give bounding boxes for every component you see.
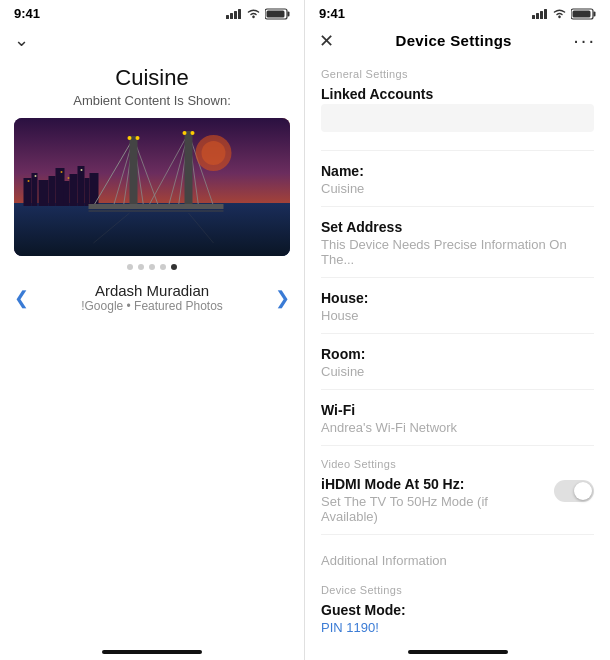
carousel-prev[interactable]: ❮: [14, 287, 29, 309]
left-bottom-bar-container: [0, 646, 304, 660]
house-item: House: House: [321, 290, 594, 334]
battery-icon: [265, 8, 290, 20]
set-address-desc: This Device Needs Precise Information On…: [321, 237, 594, 267]
dot-2[interactable]: [138, 264, 144, 270]
svg-rect-13: [49, 176, 56, 206]
svg-rect-54: [573, 10, 591, 17]
additional-info[interactable]: Additional Information: [321, 547, 594, 574]
hdmi-title: iHDMI Mode At 50 Hz:: [321, 476, 546, 492]
left-status-bar: 9:41: [0, 0, 304, 25]
carousel-info: Ardash Muradian !Google • Featured Photo…: [29, 282, 275, 313]
svg-point-42: [61, 171, 63, 173]
svg-point-51: [558, 16, 560, 18]
svg-rect-1: [230, 13, 233, 19]
svg-rect-14: [56, 168, 65, 206]
svg-point-35: [183, 131, 187, 135]
settings-content: General Settings Linked Accounts Name: C…: [305, 58, 610, 646]
chevron-down-icon[interactable]: ⌄: [14, 29, 29, 51]
left-time: 9:41: [14, 6, 40, 21]
guest-mode-item: Guest Mode: PIN 1190!: [321, 602, 594, 645]
right-time: 9:41: [319, 6, 345, 21]
right-wifi-icon: [552, 8, 567, 19]
signal-icon: [226, 8, 242, 19]
hdmi-toggle[interactable]: [554, 480, 594, 502]
device-section-label: Device Settings: [321, 584, 594, 596]
dot-1[interactable]: [127, 264, 133, 270]
toggle-thumb: [574, 482, 592, 500]
svg-point-43: [81, 169, 83, 171]
linked-accounts-title: Linked Accounts: [321, 86, 594, 102]
guest-mode-title: Guest Mode:: [321, 602, 594, 618]
carousel-next[interactable]: ❯: [275, 287, 290, 309]
svg-rect-47: [532, 15, 535, 19]
right-status-bar: 9:41: [305, 0, 610, 25]
svg-point-44: [68, 177, 70, 179]
svg-point-33: [128, 136, 132, 140]
left-home-indicator: [102, 650, 202, 654]
more-menu-icon[interactable]: ···: [573, 29, 596, 52]
general-section-label: General Settings: [321, 68, 594, 80]
right-bottom-bar-container: [305, 646, 610, 660]
right-signal-icon: [532, 8, 548, 19]
svg-rect-15: [64, 181, 70, 206]
dot-5[interactable]: [171, 264, 177, 270]
svg-rect-6: [288, 11, 290, 16]
svg-rect-49: [540, 11, 543, 19]
svg-rect-0: [226, 15, 229, 19]
wifi-item: Wi-Fi Andrea's Wi-Fi Network: [321, 402, 594, 446]
svg-rect-30: [130, 136, 138, 206]
right-nav-title: Device Settings: [396, 32, 512, 49]
wifi-value: Andrea's Wi-Fi Network: [321, 420, 594, 435]
svg-rect-3: [238, 9, 241, 19]
house-value: House: [321, 308, 594, 323]
svg-point-4: [252, 16, 254, 18]
svg-point-40: [28, 180, 30, 182]
svg-rect-10: [24, 178, 32, 206]
device-subtitle: Ambient Content Is Shown:: [0, 93, 304, 108]
dot-4[interactable]: [160, 264, 166, 270]
ambient-image: [14, 118, 290, 256]
svg-point-34: [136, 136, 140, 140]
linked-accounts-item: Linked Accounts: [321, 86, 594, 151]
svg-point-41: [35, 175, 37, 177]
right-status-icons: [532, 8, 596, 20]
set-address-item: Set Address This Device Needs Precise In…: [321, 219, 594, 278]
guest-mode-value: PIN 1190!: [321, 620, 594, 635]
left-status-icons: [226, 8, 290, 20]
name-item: Name: Cuisine: [321, 163, 594, 207]
right-battery-icon: [571, 8, 596, 20]
svg-rect-48: [536, 13, 539, 19]
wifi-title: Wi-Fi: [321, 402, 594, 418]
room-title: Room:: [321, 346, 594, 362]
svg-point-46: [202, 141, 226, 165]
left-top-nav: ⌄: [0, 25, 304, 59]
room-value: Cuisine: [321, 364, 594, 379]
close-icon[interactable]: ✕: [319, 30, 334, 52]
video-section-label: Video Settings: [321, 458, 594, 470]
carousel-row: ❮ Ardash Muradian !Google • Featured Pho…: [0, 278, 304, 317]
svg-rect-50: [544, 9, 547, 19]
svg-rect-12: [39, 180, 49, 206]
image-dots: [0, 264, 304, 270]
svg-rect-37: [89, 210, 224, 212]
name-title: Name:: [321, 163, 594, 179]
carousel-source: !Google • Featured Photos: [29, 299, 275, 313]
svg-rect-31: [185, 131, 193, 206]
svg-rect-11: [32, 173, 38, 206]
hdmi-desc: Set The TV To 50Hz Mode (if Available): [321, 494, 546, 524]
dot-3[interactable]: [149, 264, 155, 270]
svg-rect-7: [267, 10, 285, 17]
svg-rect-18: [85, 178, 90, 206]
svg-rect-53: [594, 11, 596, 16]
svg-point-36: [191, 131, 195, 135]
set-address-title: Set Address: [321, 219, 594, 235]
house-title: House:: [321, 290, 594, 306]
room-item: Room: Cuisine: [321, 346, 594, 390]
svg-rect-17: [78, 166, 85, 206]
linked-accounts-box[interactable]: [321, 104, 594, 132]
svg-rect-32: [89, 204, 224, 209]
svg-rect-16: [70, 174, 78, 206]
name-value: Cuisine: [321, 181, 594, 196]
carousel-title: Ardash Muradian: [29, 282, 275, 299]
right-top-nav: ✕ Device Settings ···: [305, 25, 610, 58]
